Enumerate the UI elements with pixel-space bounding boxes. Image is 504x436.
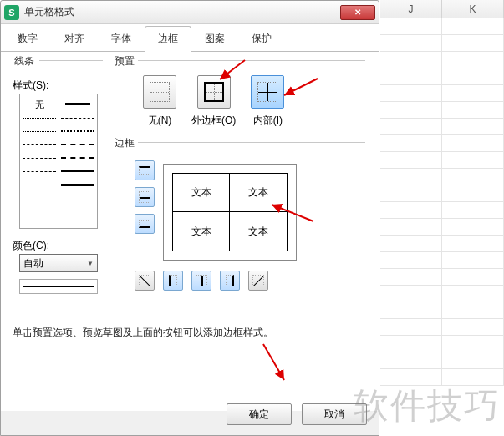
tab-font[interactable]: 字体 [98,26,145,51]
preview-cell: 文本 [230,174,287,212]
style-option[interactable] [23,166,56,176]
color-label: 颜色(C): [13,239,49,253]
preview-cell: 文本 [173,212,230,251]
style-option[interactable] [23,126,56,136]
style-option[interactable] [23,113,56,123]
dialog-title: 单元格格式 [24,5,340,19]
style-option[interactable] [61,99,94,109]
hint-text: 单击预置选项、预览草图及上面的按钮可以添加边框样式。 [13,326,273,340]
color-combo[interactable]: 自动 ▼ [19,254,98,272]
preset-inner-label: 内部(I) [253,114,283,128]
preview-cell: 文本 [173,174,230,212]
border-diag-up-button[interactable] [248,271,268,291]
border-top-button[interactable] [135,160,155,180]
style-list[interactable]: 无 [19,94,98,229]
dialog-buttons: 确定 取消 [227,403,367,425]
style-option[interactable] [61,126,94,136]
close-button[interactable]: ✕ [340,5,375,20]
preset-legend: 预置 [113,54,136,68]
border-mid-h-button[interactable] [135,187,155,207]
ok-button[interactable]: 确定 [227,403,292,425]
style-option[interactable] [23,180,56,190]
border-diag-down-button[interactable] [135,271,155,291]
tab-content: 线条 样式(S): 无 [1,52,379,411]
border-right-button[interactable] [220,271,240,291]
spreadsheet-background: J K [380,0,504,436]
tab-pattern[interactable]: 图案 [191,26,238,51]
tab-bar: 数字 对齐 字体 边框 图案 保护 [1,24,379,52]
border-bottom-button[interactable] [135,214,155,234]
style-option[interactable] [23,139,56,150]
cell-format-dialog: S 单元格格式 ✕ 数字 对齐 字体 边框 图案 保护 线条 样式(S): 无 [0,0,379,436]
chevron-down-icon: ▼ [87,260,94,267]
border-mid-v-button[interactable] [191,271,211,291]
border-edit-area: 文本 文本 文本 文本 [135,160,318,294]
color-preview [19,279,98,294]
col-header-j[interactable]: J [380,0,442,18]
preset-row: 无(N) 外边框(O) 内部(I) [143,75,284,128]
preview-cell: 文本 [230,212,287,251]
tab-alignment[interactable]: 对齐 [51,26,98,51]
column-headers: J K [380,0,504,18]
preset-outer-icon [204,82,224,102]
preset-none-button[interactable] [143,75,176,109]
app-icon: S [4,5,19,20]
style-option[interactable] [61,153,94,163]
style-option[interactable] [23,153,56,163]
preset-none-label: 无(N) [148,114,172,128]
cancel-button[interactable]: 取消 [302,403,367,425]
border-left-button[interactable] [163,271,183,291]
style-label: 样式(S): [13,79,48,93]
tab-number[interactable]: 数字 [4,26,51,51]
style-option[interactable] [61,180,94,190]
tab-border[interactable]: 边框 [145,26,191,52]
style-option[interactable] [61,113,94,123]
border-preview[interactable]: 文本 文本 文本 文本 [163,164,297,261]
preset-outer-label: 外边框(O) [191,114,236,128]
preset-none-icon [150,82,170,102]
lines-legend: 线条 [13,54,36,68]
tab-protection[interactable]: 保护 [238,26,285,51]
titlebar[interactable]: S 单元格格式 ✕ [1,1,379,24]
border-legend: 边框 [113,136,136,150]
style-option[interactable] [61,139,94,150]
style-none[interactable]: 无 [35,99,44,111]
grid-rows [380,18,504,386]
color-value: 自动 [23,256,43,271]
preset-inner-icon [257,82,277,102]
preset-inner-button[interactable] [251,75,284,109]
col-header-k[interactable]: K [442,0,504,18]
preset-outer-button[interactable] [197,75,231,109]
style-option[interactable] [61,166,94,176]
